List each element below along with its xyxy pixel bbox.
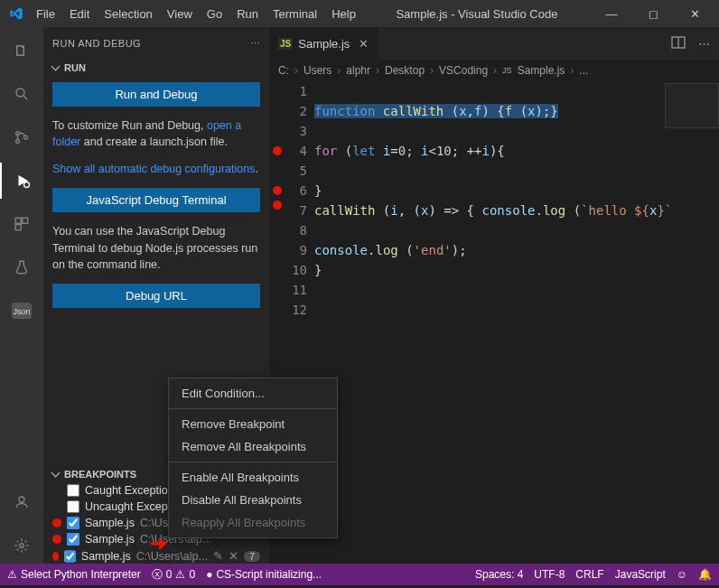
menu-disable-all-breakpoints[interactable]: Disable All Breakpoints [169,489,337,511]
window-controls: — ◻ ✕ [591,7,715,21]
minimize-button[interactable]: — [593,7,630,21]
bp-count-badge: 7 [244,551,260,562]
remove-icon[interactable]: ✕ [229,549,238,563]
status-encoding[interactable]: UTF-8 [534,568,565,581]
svg-point-5 [24,182,30,188]
menu-enable-all-breakpoints[interactable]: Enable All Breakpoints [169,466,337,489]
menu-run[interactable]: Run [229,2,266,26]
annotation-arrow-icon: ➜ [150,532,166,555]
menu-remove-breakpoint[interactable]: Remove Breakpoint [169,413,337,435]
menu-view[interactable]: View [160,2,200,26]
tab-bar: JS Sample.js ✕ ⋯ [269,27,719,60]
status-cs-script[interactable]: ● CS-Script initializing... [206,568,322,581]
editor-more-icon[interactable]: ⋯ [698,37,710,51]
edit-icon[interactable]: ✎ [213,549,223,563]
js-debug-terminal-button[interactable]: JavaScript Debug Terminal [52,188,260,212]
minimap[interactable] [665,83,719,128]
svg-point-0 [16,89,24,97]
line-numbers: 123 456 789 101112 [285,81,314,320]
bp-checkbox[interactable] [67,517,79,529]
breadcrumb[interactable]: C:› Users› alphr› Desktop› VSCoding› JSS… [269,60,719,81]
breakpoint-marker[interactable] [273,146,282,155]
status-language[interactable]: JavaScript [615,568,666,581]
breakpoint-dot-icon [52,518,61,527]
menu-file[interactable]: File [29,2,62,26]
run-section-header[interactable]: RUN [52,59,260,77]
breakpoint-marker[interactable] [273,201,282,210]
tab-sample-js[interactable]: JS Sample.js ✕ [269,27,378,60]
activity-bar: Json [0,27,43,564]
breakpoint-dot-icon [52,552,59,561]
breakpoint-marker[interactable] [273,186,282,195]
uncaught-checkbox[interactable] [67,500,79,513]
menu-go[interactable]: Go [200,2,229,26]
svg-line-1 [23,96,27,99]
status-spaces[interactable]: Spaces: 4 [475,568,523,581]
testing-icon[interactable] [0,249,43,285]
code-editor[interactable]: 123 456 789 101112 function callWith (x,… [269,81,719,320]
breakpoint-dot-icon [52,535,61,544]
js-terminal-text: You can use the JavaScript Debug Termina… [52,223,260,272]
svg-point-12 [20,544,24,548]
bp-checkbox[interactable] [64,550,76,563]
svg-text:Json: Json [13,307,30,316]
breakpoint-context-menu: Edit Condition... Remove Breakpoint Remo… [168,378,338,538]
menu-bar: File Edit Selection View Go Run Terminal… [29,2,363,26]
status-bar: ⚠ Select Python Interpreter ⓧ 0 ⚠ 0 ● CS… [0,564,719,585]
status-bell-icon[interactable]: 🔔 [698,568,712,581]
accounts-icon[interactable] [0,484,43,520]
explorer-icon[interactable] [0,33,43,69]
source-control-icon[interactable] [0,119,43,155]
vscode-logo [4,6,29,21]
bp-checkbox[interactable] [67,533,79,546]
close-button[interactable]: ✕ [676,7,714,21]
code-content[interactable]: function callWith (x,f) {f (x);} for (le… [314,81,719,320]
status-errors[interactable]: ⓧ 0 ⚠ 0 [152,567,195,583]
menu-reapply-all-breakpoints: Reapply All Breakpoints [169,511,337,534]
tab-label: Sample.js [298,37,350,51]
search-icon[interactable] [0,76,43,112]
svg-rect-6 [15,218,21,223]
run-and-debug-button[interactable]: Run and Debug [52,82,260,107]
more-icon[interactable]: ⋯ [250,38,261,50]
svg-rect-8 [15,225,21,230]
settings-icon[interactable] [0,527,43,564]
titlebar: File Edit Selection View Go Run Terminal… [0,0,719,27]
status-feedback-icon[interactable]: ☺ [677,568,687,581]
status-eol[interactable]: CRLF [575,568,603,581]
json-icon[interactable]: Json [0,293,43,329]
status-python[interactable]: ⚠ Select Python Interpreter [7,568,141,581]
breakpoint-gutter[interactable] [269,81,285,320]
menu-edit[interactable]: Edit [62,2,97,26]
svg-point-2 [16,132,20,135]
menu-help[interactable]: Help [324,2,363,26]
svg-point-3 [16,140,20,144]
svg-rect-7 [23,218,28,223]
window-title: Sample.js - Visual Studio Code [363,7,591,21]
menu-selection[interactable]: Selection [97,2,159,26]
tab-close-icon[interactable]: ✕ [359,37,369,51]
customize-text: To customize Run and Debug, open a folde… [52,117,260,150]
debug-url-button[interactable]: Debug URL [52,284,260,308]
split-editor-icon[interactable] [671,35,686,52]
menu-terminal[interactable]: Terminal [266,2,324,26]
svg-point-11 [19,497,24,502]
extensions-icon[interactable] [0,206,43,242]
menu-remove-all-breakpoints[interactable]: Remove All Breakpoints [169,435,337,458]
caught-checkbox[interactable] [67,484,79,497]
run-debug-icon[interactable] [0,163,43,199]
show-all-configs-link[interactable]: Show all automatic debug configurations [52,163,255,175]
svg-point-4 [24,135,28,139]
js-file-icon: JS [278,38,293,50]
sidebar-title: RUN AND DEBUG [52,38,141,50]
menu-edit-condition[interactable]: Edit Condition... [169,382,337,405]
maximize-button[interactable]: ◻ [634,7,672,21]
